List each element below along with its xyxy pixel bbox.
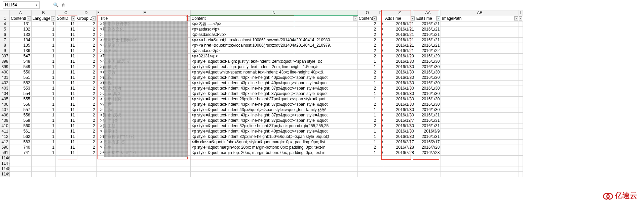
- cell[interactable]: 2: [357, 32, 377, 38]
- row-398[interactable]: 398: [0, 59, 10, 64]
- table-row[interactable]: 4115611112> 祖堂 纪<p style=&quot;text-inde…: [0, 129, 523, 134]
- table-row[interactable]: 61331112><p>asdasdasd</p>202016/1/212016…: [0, 32, 523, 38]
- cell[interactable]: 11: [56, 59, 76, 64]
- cell[interactable]: [441, 107, 519, 113]
- cell[interactable]: 2: [357, 75, 377, 81]
- cell[interactable]: [357, 156, 377, 161]
- cell[interactable]: 11: [56, 27, 76, 32]
- header-AB[interactable]: ImagePath: [441, 16, 519, 21]
- cell[interactable]: [190, 172, 357, 177]
- table-row[interactable]: 4085581112>资 市 庆祝<p style=&quot;text-ind…: [0, 113, 523, 118]
- cell[interactable]: [415, 166, 441, 172]
- cell[interactable]: [96, 134, 99, 140]
- cell[interactable]: [441, 86, 519, 91]
- cell[interactable]: 1: [31, 107, 55, 113]
- cell[interactable]: 2: [76, 86, 96, 91]
- table-row[interactable]: 4105601112>资 主题<p style=&quot;text-inden…: [0, 123, 523, 129]
- cell[interactable]: [384, 166, 415, 172]
- cell[interactable]: [357, 161, 377, 166]
- cell[interactable]: 1: [31, 86, 55, 91]
- cell[interactable]: > 捐献演《: [99, 43, 190, 48]
- row-406[interactable]: 406: [0, 102, 10, 107]
- select-all-corner[interactable]: [0, 10, 10, 16]
- cell[interactable]: <p style=&quot;text-indent: 43px;line-he…: [190, 102, 357, 107]
- cell[interactable]: 1: [31, 54, 55, 59]
- cell[interactable]: [99, 172, 190, 177]
- cell[interactable]: 563: [10, 140, 31, 145]
- cell[interactable]: [415, 172, 441, 177]
- cell[interactable]: 2: [76, 70, 96, 75]
- cell[interactable]: [519, 48, 523, 54]
- cell[interactable]: 0: [377, 129, 384, 134]
- cell[interactable]: 2: [357, 43, 377, 48]
- cell[interactable]: 2016/1/22: [415, 48, 441, 54]
- cell[interactable]: <p style=&quot;text-indent: 43px;line-he…: [190, 113, 357, 118]
- cell[interactable]: [96, 123, 99, 129]
- cell[interactable]: [96, 91, 99, 97]
- cell[interactable]: <p><a href=&quot;http://localhost:10086/…: [190, 43, 357, 48]
- cell[interactable]: [441, 54, 519, 59]
- cell[interactable]: [96, 32, 99, 38]
- cell[interactable]: <p style=&quot;margin-top: 20px; margin-…: [190, 145, 357, 150]
- cell[interactable]: [76, 166, 96, 172]
- cell[interactable]: [441, 172, 519, 177]
- table-row[interactable]: 4025521112>市 视<p style=&quot;text-indent…: [0, 81, 523, 86]
- cell[interactable]: [415, 161, 441, 166]
- cell[interactable]: [519, 118, 523, 123]
- cell[interactable]: [519, 140, 523, 145]
- col-O[interactable]: O: [357, 10, 377, 16]
- cell[interactable]: 2: [357, 21, 377, 27]
- header-C[interactable]: SortID: [56, 16, 76, 21]
- row-1146[interactable]: 1146: [0, 156, 10, 161]
- cell[interactable]: 11: [56, 32, 76, 38]
- col-D[interactable]: D: [76, 10, 96, 16]
- col-C[interactable]: C: [56, 10, 76, 16]
- table-row[interactable]: 4065561112>江 世<p style=&quot;text-indent…: [0, 102, 523, 107]
- cell[interactable]: 11: [56, 64, 76, 70]
- col-B[interactable]: B: [31, 10, 55, 16]
- cell[interactable]: 2: [76, 118, 96, 123]
- cell[interactable]: 11: [56, 91, 76, 97]
- row-1149[interactable]: 1149: [0, 172, 10, 177]
- cell[interactable]: [441, 59, 519, 64]
- cell[interactable]: 1: [357, 140, 377, 145]
- cell[interactable]: <p style=&quot;text-align: justify; text…: [190, 64, 357, 70]
- cell[interactable]: 11: [56, 97, 76, 102]
- filter-button-C[interactable]: [71, 16, 75, 20]
- cell[interactable]: [96, 27, 99, 32]
- row-397[interactable]: 397: [0, 54, 10, 59]
- cell[interactable]: <p><a href=&quot;http://localhost:10086/…: [190, 38, 357, 43]
- cell[interactable]: 2016/7/28: [384, 145, 415, 150]
- cell[interactable]: 2: [357, 102, 377, 107]
- cell[interactable]: 0: [377, 134, 384, 140]
- cell[interactable]: 2016/1/21: [415, 21, 441, 27]
- cell[interactable]: 2: [76, 102, 96, 107]
- cell[interactable]: [519, 59, 523, 64]
- row-404[interactable]: 404: [0, 91, 10, 97]
- cell[interactable]: [56, 172, 76, 177]
- cell[interactable]: 2: [76, 113, 96, 118]
- cell[interactable]: [441, 97, 519, 102]
- cell[interactable]: 0: [377, 32, 384, 38]
- cell[interactable]: 0: [377, 123, 384, 129]
- cell[interactable]: 2: [76, 75, 96, 81]
- cell[interactable]: [441, 113, 519, 118]
- cell[interactable]: 2: [76, 123, 96, 129]
- row-6[interactable]: 6: [0, 32, 10, 38]
- cell[interactable]: 2016/1/21: [384, 27, 415, 32]
- cell[interactable]: <p style=&quot;white-space: normal; text…: [190, 70, 357, 75]
- row-410[interactable]: 410: [0, 123, 10, 129]
- filter-button-B[interactable]: [51, 16, 55, 20]
- cell[interactable]: 0: [377, 54, 384, 59]
- cell[interactable]: 11: [56, 134, 76, 140]
- cell[interactable]: 2016/1/30: [384, 86, 415, 91]
- cell[interactable]: [56, 161, 76, 166]
- cell[interactable]: 2: [76, 43, 96, 48]
- cell[interactable]: [441, 134, 519, 140]
- table-row[interactable]: 4015511112>市 祝<p style=&quot;text-indent…: [0, 75, 523, 81]
- cell[interactable]: 1: [31, 113, 55, 118]
- cell[interactable]: 2016/1/30: [384, 75, 415, 81]
- cell[interactable]: [519, 81, 523, 86]
- table-row[interactable]: 4045541112>习 宣 典 3<p style=&quot;text-in…: [0, 91, 523, 97]
- fx-icon[interactable]: fx: [62, 2, 65, 8]
